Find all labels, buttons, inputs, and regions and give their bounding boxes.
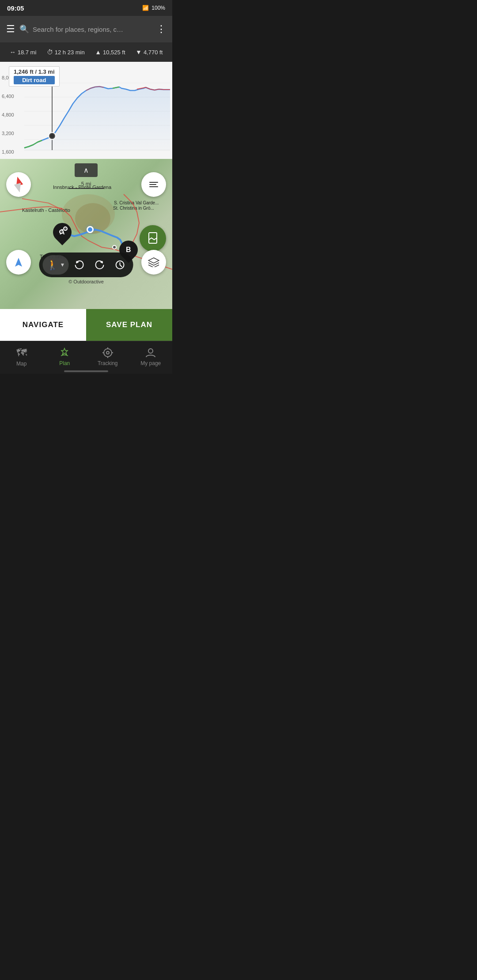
duration-stat: ⏱ 12 h 23 min [47, 49, 85, 56]
layers-button[interactable] [141, 250, 166, 275]
more-options-button[interactable]: ⋮ [156, 23, 166, 35]
elevation-loss-value: 4,770 ft [144, 49, 163, 56]
svg-point-16 [106, 351, 109, 354]
elevation-down-icon: ▼ [136, 49, 142, 56]
status-icons: 📶 100% [142, 5, 165, 11]
redo-icon [95, 260, 104, 270]
elevation-tooltip: 1,246 ft / 1.3 mi Dirt road [9, 66, 60, 87]
svg-point-15 [104, 349, 112, 357]
legend-icon [149, 182, 158, 187]
route-dot-2 [63, 226, 68, 231]
undo-icon [74, 260, 84, 270]
route-dot-1 [59, 230, 64, 234]
map-toolbar: 🚶 ▼ [39, 253, 133, 277]
collapse-chart-button[interactable]: ∧ [75, 163, 98, 177]
map-scale: 5 mi [68, 181, 104, 189]
walk-icon: 🚶 [46, 259, 58, 271]
status-bar: 09:05 📶 100% [0, 0, 172, 16]
header: ☰ 🔍 Search for places, regions, c… ⋮ [0, 16, 172, 42]
elevation-gain-stat: ▲ 10,525 ft [95, 49, 125, 56]
nav-map-icon: 🗺 [16, 347, 27, 359]
elevation-up-icon: ▲ [95, 49, 101, 56]
bottom-actions: NAVIGATE SAVE PLAN [0, 309, 172, 341]
nav-tracking-label: Tracking [98, 360, 118, 366]
waypoint-b-label: B [126, 246, 131, 254]
map-poi-button[interactable] [140, 225, 166, 252]
undo-button[interactable] [69, 255, 89, 275]
nav-item-map[interactable]: 🗺 Map [0, 347, 43, 367]
search-icon: 🔍 [19, 24, 29, 34]
bottom-nav: 🗺 Map Plan Tracking My page [0, 341, 172, 374]
nav-indicator [64, 370, 108, 372]
map-area[interactable]: Innsbruck - Ponte Gardena Kastelruth - C… [0, 159, 172, 309]
navigate-button[interactable]: NAVIGATE [0, 309, 86, 341]
map-label-scristina2: St. Christina in Grö... [113, 206, 154, 211]
svg-point-21 [148, 349, 153, 353]
map-credit: © Outdooractive [68, 279, 104, 284]
search-bar[interactable]: 🔍 Search for places, regions, c… [19, 24, 152, 34]
elevation-chart[interactable]: 1,246 ft / 1.3 mi Dirt road ft 8,000 6,4… [0, 62, 172, 159]
scale-bar [68, 188, 104, 189]
gps-icon [13, 257, 24, 268]
nav-plan-label: Plan [59, 360, 70, 366]
status-time: 09:05 [7, 4, 24, 12]
walk-mode-button[interactable]: 🚶 ▼ [43, 255, 69, 275]
wifi-icon: 📶 [142, 5, 149, 11]
svg-marker-10 [15, 258, 22, 267]
layers-icon [148, 257, 159, 267]
svg-rect-9 [149, 233, 157, 243]
menu-button[interactable]: ☰ [6, 23, 15, 35]
route-dot-3 [112, 245, 117, 249]
current-position [87, 226, 94, 233]
save-plan-button[interactable]: SAVE PLAN [86, 309, 172, 341]
mode-chevron-icon: ▼ [60, 262, 65, 268]
nav-plan-icon [59, 347, 70, 358]
nav-item-mypage[interactable]: My page [129, 347, 173, 366]
distance-value: 18.7 mi [18, 49, 37, 56]
search-placeholder: Search for places, regions, c… [33, 26, 123, 33]
nav-item-tracking[interactable]: Tracking [86, 347, 129, 366]
redo-button[interactable] [90, 255, 109, 275]
elevation-loss-stat: ▼ 4,770 ft [136, 49, 163, 56]
nav-mypage-icon [145, 347, 156, 358]
duration-icon: ⏱ [47, 49, 53, 56]
compass-button[interactable] [6, 172, 31, 197]
map-bookmark-icon [146, 232, 159, 245]
chart-y-labels: 8,000 6,400 4,800 3,200 1,600 [2, 75, 14, 155]
svg-marker-11 [148, 258, 159, 263]
svg-point-8 [50, 134, 54, 138]
map-label-scristina1: S. Cristina Val Garde... [114, 200, 159, 205]
distance-stat: ↔ 18.7 mi [10, 49, 37, 56]
nav-item-plan[interactable]: Plan [43, 347, 87, 366]
tooltip-value: 1,246 ft / 1.3 mi [14, 68, 55, 75]
reset-button[interactable] [110, 255, 129, 275]
nav-map-label: Map [16, 361, 26, 367]
scale-label: 5 mi [81, 181, 91, 187]
nav-mypage-label: My page [140, 360, 161, 366]
stats-bar: ↔ 18.7 mi ⏱ 12 h 23 min ▲ 10,525 ft ▼ 4,… [0, 42, 172, 62]
map-label-kastelruth: Kastelruth - Castelotto [22, 207, 70, 213]
gps-button[interactable] [6, 250, 31, 275]
elevation-gain-value: 10,525 ft [103, 49, 125, 56]
distance-icon: ↔ [10, 49, 16, 56]
duration-value: 12 h 23 min [55, 49, 85, 56]
reset-icon [115, 260, 125, 270]
legend-button[interactable] [141, 172, 166, 197]
nav-tracking-icon [102, 347, 114, 358]
tooltip-surface: Dirt road [14, 76, 55, 84]
battery-icon: 100% [151, 5, 165, 11]
